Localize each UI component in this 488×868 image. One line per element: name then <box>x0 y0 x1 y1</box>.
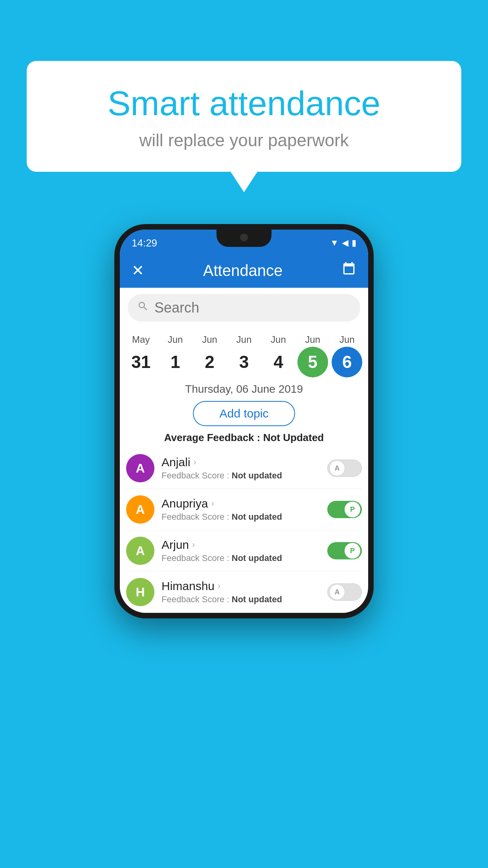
calendar-day[interactable]: Jun2 <box>194 334 226 377</box>
chevron-icon: › <box>211 498 214 509</box>
cal-month-label: Jun <box>237 334 252 345</box>
phone-notch <box>216 230 272 247</box>
chevron-icon: › <box>192 540 195 550</box>
cal-month-label: Jun <box>339 334 355 345</box>
student-info: Himanshu ›Feedback Score : Not updated <box>161 579 327 605</box>
cal-date-number[interactable]: 1 <box>160 347 191 377</box>
calendar-icon[interactable] <box>341 261 356 280</box>
chevron-icon: › <box>193 457 196 467</box>
cal-month-label: Jun <box>168 334 183 345</box>
student-item[interactable]: AAnupriya ›Feedback Score : Not updatedP <box>126 489 362 530</box>
avatar: A <box>126 495 154 524</box>
phone-screen: 14:29 ▼ ◀ ▮ ✕ Attendance <box>120 230 368 613</box>
avg-feedback-label: Average Feedback : <box>164 432 263 443</box>
student-info: Anupriya ›Feedback Score : Not updated <box>161 497 327 522</box>
calendar-row: May31Jun1Jun2Jun3Jun4Jun5Jun6 <box>120 328 368 377</box>
app-bar: ✕ Attendance <box>120 253 368 288</box>
add-topic-button[interactable]: Add topic <box>193 401 295 426</box>
attendance-toggle[interactable]: P <box>327 501 362 518</box>
attendance-toggle[interactable]: A <box>327 460 362 477</box>
wifi-icon: ▼ <box>330 238 339 248</box>
toggle-knob: A <box>329 584 345 600</box>
status-icons: ▼ ◀ ▮ <box>330 238 356 248</box>
cal-date-number[interactable]: 6 <box>332 347 362 377</box>
toggle-knob: P <box>345 543 360 559</box>
student-item[interactable]: HHimanshu ›Feedback Score : Not updatedA <box>126 572 362 613</box>
signal-icon: ◀ <box>342 238 349 248</box>
cal-date-number[interactable]: 5 <box>297 347 328 377</box>
avatar: A <box>126 537 154 565</box>
phone-mockup: 14:29 ▼ ◀ ▮ ✕ Attendance <box>114 224 374 618</box>
speech-bubble: Smart attendance will replace your paper… <box>27 61 461 172</box>
toggle-knob: P <box>345 502 360 517</box>
cal-date-number[interactable]: 3 <box>229 347 259 377</box>
attendance-toggle[interactable]: P <box>327 542 362 559</box>
search-icon <box>137 300 149 315</box>
main-title: Smart attendance <box>42 85 446 123</box>
calendar-day[interactable]: Jun5 <box>297 334 328 377</box>
calendar-day[interactable]: Jun3 <box>228 334 260 377</box>
feedback-score: Feedback Score : Not updated <box>161 471 327 481</box>
student-name: Himanshu › <box>161 579 327 593</box>
student-list: AAnjali ›Feedback Score : Not updatedAAA… <box>120 448 368 613</box>
student-info: Anjali ›Feedback Score : Not updated <box>161 456 327 481</box>
student-info: Arjun ›Feedback Score : Not updated <box>161 538 327 563</box>
avatar: A <box>126 454 154 482</box>
attendance-toggle[interactable]: A <box>327 583 362 601</box>
calendar-day[interactable]: Jun4 <box>262 334 294 377</box>
student-item[interactable]: AAnjali ›Feedback Score : Not updatedA <box>126 448 362 489</box>
student-item[interactable]: AArjun ›Feedback Score : Not updatedP <box>126 530 362 572</box>
feedback-score: Feedback Score : Not updated <box>161 553 327 563</box>
search-bar[interactable] <box>128 294 360 322</box>
cal-month-label: Jun <box>202 334 217 345</box>
cal-month-label: Jun <box>271 334 286 345</box>
sub-title: will replace your paperwork <box>42 131 446 150</box>
battery-icon: ▮ <box>352 238 356 248</box>
student-name: Arjun › <box>161 538 327 552</box>
calendar-day[interactable]: May31 <box>125 334 157 377</box>
phone-outer: 14:29 ▼ ◀ ▮ ✕ Attendance <box>114 224 374 618</box>
feedback-score: Feedback Score : Not updated <box>161 594 327 605</box>
student-name: Anupriya › <box>161 497 327 510</box>
camera <box>240 234 248 241</box>
status-time: 14:29 <box>132 237 157 249</box>
cal-date-number[interactable]: 31 <box>126 347 156 377</box>
avg-feedback-value: Not Updated <box>263 432 324 443</box>
toggle-knob: A <box>329 460 345 476</box>
chevron-icon: › <box>218 581 220 591</box>
avg-feedback: Average Feedback : Not Updated <box>120 432 368 444</box>
cal-month-label: May <box>132 334 150 345</box>
app-bar-title: Attendance <box>203 262 283 280</box>
search-input[interactable] <box>154 300 351 316</box>
cal-month-label: Jun <box>305 334 320 345</box>
selected-date: Thursday, 06 June 2019 <box>120 383 368 395</box>
calendar-day[interactable]: Jun1 <box>160 334 191 377</box>
speech-bubble-container: Smart attendance will replace your paper… <box>27 61 461 172</box>
cal-date-number[interactable]: 4 <box>263 347 294 377</box>
calendar-day[interactable]: Jun6 <box>331 334 363 377</box>
avatar: H <box>126 578 154 606</box>
student-name: Anjali › <box>161 456 327 469</box>
close-icon[interactable]: ✕ <box>132 262 144 279</box>
feedback-score: Feedback Score : Not updated <box>161 512 327 522</box>
cal-date-number[interactable]: 2 <box>194 347 225 377</box>
